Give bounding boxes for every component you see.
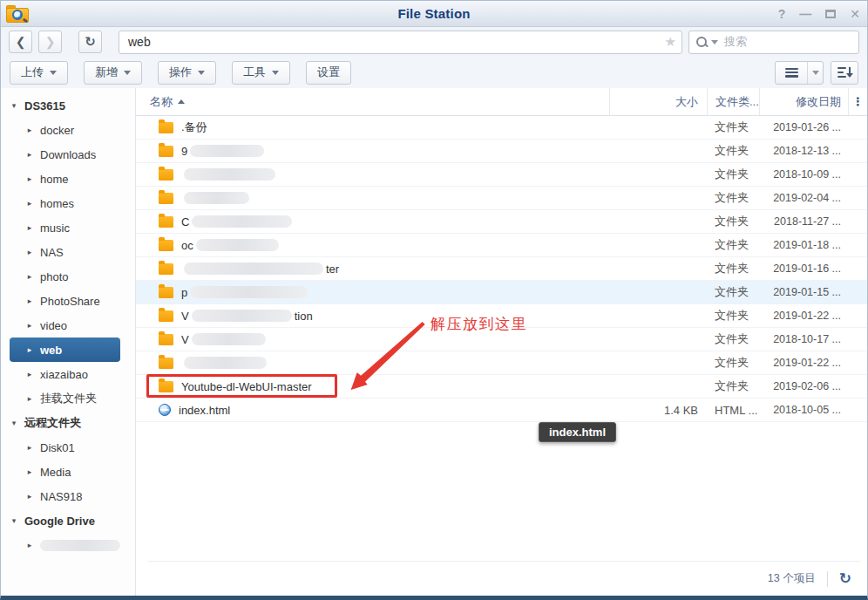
table-row[interactable]: 文件夹2018-10-09 ... xyxy=(136,163,867,187)
chevron-right-icon[interactable]: ▸ xyxy=(25,150,34,159)
file-type: 文件夹 xyxy=(707,284,759,300)
chevron-right-icon[interactable]: ▸ xyxy=(25,443,34,452)
file-modified-date: 2019-01-16 ... xyxy=(759,262,848,275)
maximize-icon[interactable] xyxy=(825,10,836,18)
file-name: .备份 xyxy=(181,119,609,135)
toolbar-button-label: 操作 xyxy=(169,65,192,80)
file-rows: .备份文件夹2019-01-26 ...9文件夹2018-12-13 ...文件… xyxy=(136,116,867,422)
path-input[interactable]: web xyxy=(119,31,682,54)
file-name: 9 xyxy=(181,145,609,158)
table-row[interactable]: V文件夹2018-10-17 ... xyxy=(136,328,867,351)
view-mode-button[interactable] xyxy=(775,61,824,85)
sidebar-item-disk01[interactable]: ▸Disk01 xyxy=(1,435,135,460)
chevron-down-icon[interactable]: ▾ xyxy=(10,516,18,525)
table-row[interactable]: 文件夹2019-02-04 ... xyxy=(136,187,867,210)
title-bar: File Station ? — ✕ xyxy=(1,1,867,27)
file-type: 文件夹 xyxy=(707,119,759,135)
list-refresh-icon[interactable]: ↻ xyxy=(839,571,851,586)
toolbar-button-4[interactable]: 工具 xyxy=(232,61,290,85)
back-button[interactable]: ❮ xyxy=(9,31,32,53)
refresh-button[interactable]: ↻ xyxy=(78,31,102,53)
sidebar-item-media[interactable]: ▸Media xyxy=(1,460,135,484)
table-row[interactable]: Vtion文件夹2019-01-22 ... xyxy=(136,304,867,328)
chevron-right-icon[interactable]: ▸ xyxy=(25,321,34,330)
sidebar-item-nas[interactable]: ▸NAS xyxy=(1,240,135,264)
sidebar-item-downloads[interactable]: ▸Downloads xyxy=(1,142,135,167)
column-header-size[interactable]: 大小 xyxy=(609,88,707,115)
search-placeholder: 搜索 xyxy=(724,34,747,50)
sidebar-item-google-drive[interactable]: ▾Google Drive xyxy=(1,508,135,533)
folder-icon xyxy=(159,334,173,345)
sidebar-item-web[interactable]: ▸web xyxy=(10,338,120,362)
table-row[interactable]: p文件夹2019-01-15 ... xyxy=(136,281,867,304)
path-value: web xyxy=(128,35,151,49)
sidebar-item-远程文件夹[interactable]: ▾远程文件夹 xyxy=(1,411,135,435)
chevron-right-icon[interactable]: ▸ xyxy=(25,126,34,134)
column-options-icon[interactable]: ⋮ xyxy=(848,88,867,115)
sidebar-item-homes[interactable]: ▸homes xyxy=(1,191,135,215)
file-type: 文件夹 xyxy=(707,214,759,229)
toolbar-button-label: 工具 xyxy=(243,65,266,80)
chevron-right-icon[interactable]: ▸ xyxy=(25,297,34,305)
table-row[interactable]: .备份文件夹2019-01-26 ... xyxy=(136,116,867,140)
file-modified-date: 2018-11-27 ... xyxy=(759,215,848,228)
status-divider xyxy=(827,571,828,587)
sidebar-item-music[interactable]: ▸music xyxy=(1,215,135,240)
help-icon[interactable]: ? xyxy=(778,8,786,20)
chevron-right-icon[interactable]: ▸ xyxy=(25,272,34,281)
file-type: 文件夹 xyxy=(707,190,759,206)
close-icon[interactable]: ✕ xyxy=(850,8,860,20)
sidebar-item-photoshare[interactable]: ▸PhotoShare xyxy=(1,289,135,313)
toolbar-button-3[interactable]: 操作 xyxy=(158,61,216,85)
table-row[interactable]: 9文件夹2018-12-13 ... xyxy=(136,140,867,163)
sidebar-item-nas918[interactable]: ▸NAS918 xyxy=(1,484,135,508)
column-header-name[interactable]: 名称 xyxy=(136,88,609,115)
chevron-right-icon[interactable]: ▸ xyxy=(25,345,34,354)
table-row[interactable]: ter文件夹2019-01-16 ... xyxy=(136,257,867,281)
file-type: 文件夹 xyxy=(707,237,759,253)
sidebar-item-photo[interactable]: ▸photo xyxy=(1,264,135,289)
sidebar-item-redacted[interactable]: ▸ xyxy=(1,533,135,557)
table-row[interactable]: Youtube-dl-WebUI-master文件夹2019-02-06 ... xyxy=(136,375,867,399)
chevron-right-icon[interactable]: ▸ xyxy=(25,248,34,256)
chevron-down-icon[interactable]: ▾ xyxy=(10,101,18,110)
minimize-icon[interactable]: — xyxy=(799,8,811,20)
toolbar-button-1[interactable]: 上传 xyxy=(10,61,68,85)
table-row[interactable]: 文件夹2019-01-22 ... xyxy=(136,351,867,375)
item-count: 13 个项目 xyxy=(768,571,816,586)
redacted-label xyxy=(40,540,120,551)
toolbar-button-2[interactable]: 新增 xyxy=(84,61,142,85)
column-header-type[interactable]: 文件类... xyxy=(707,88,759,115)
search-input[interactable]: 搜索 xyxy=(688,31,859,54)
file-type: HTML ... xyxy=(707,404,759,417)
column-header-date[interactable]: 修改日期 xyxy=(759,88,848,115)
toolbar-button-5[interactable]: 设置 xyxy=(306,61,351,85)
table-row[interactable]: index.html1.4 KBHTML ...2018-10-05 ... xyxy=(136,399,867,422)
file-type: 文件夹 xyxy=(707,308,759,324)
forward-button[interactable]: ❯ xyxy=(38,31,62,53)
table-row[interactable]: C文件夹2018-11-27 ... xyxy=(136,210,867,234)
table-row[interactable]: oc文件夹2019-01-18 ... xyxy=(136,234,867,257)
file-list-panel: 名称 大小 文件类... 修改日期 ⋮ .备份文件夹2019-01-26 ...… xyxy=(136,88,867,596)
file-modified-date: 2019-01-22 ... xyxy=(759,310,848,322)
chevron-down-icon[interactable]: ▾ xyxy=(10,419,18,427)
sort-button[interactable] xyxy=(831,61,858,85)
chevron-right-icon[interactable]: ▸ xyxy=(25,492,34,501)
chevron-right-icon[interactable]: ▸ xyxy=(25,394,34,403)
chevron-right-icon[interactable]: ▸ xyxy=(25,174,34,183)
chevron-right-icon[interactable]: ▸ xyxy=(25,223,34,232)
file-name: C xyxy=(181,215,609,228)
chevron-right-icon[interactable]: ▸ xyxy=(25,199,34,208)
favorite-star-icon[interactable]: ★ xyxy=(665,34,676,50)
sidebar-item-home[interactable]: ▸home xyxy=(1,167,135,191)
sidebar-item-docker[interactable]: ▸docker xyxy=(1,118,135,142)
sidebar-item-xiazaibao[interactable]: ▸xiazaibao xyxy=(1,362,135,386)
chevron-right-icon[interactable]: ▸ xyxy=(25,541,34,549)
chevron-right-icon[interactable]: ▸ xyxy=(25,467,34,476)
search-options-caret-icon[interactable] xyxy=(711,40,718,44)
sidebar-item-ds3615[interactable]: ▾DS3615 xyxy=(1,93,135,118)
sidebar-item-video[interactable]: ▸video xyxy=(1,313,135,338)
folder-icon xyxy=(159,358,173,369)
sidebar-item-挂载文件夹[interactable]: ▸挂载文件夹 xyxy=(1,386,135,411)
chevron-right-icon[interactable]: ▸ xyxy=(25,370,34,378)
